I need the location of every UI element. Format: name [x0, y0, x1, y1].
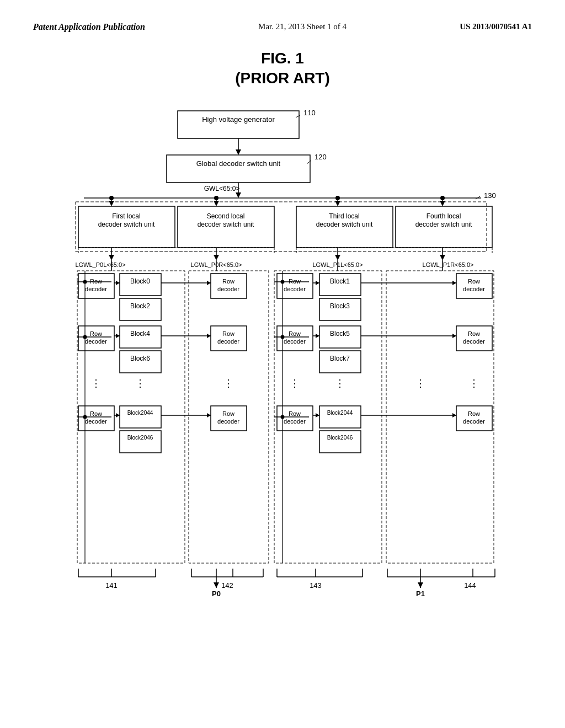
svg-line-5 [307, 160, 311, 164]
svg-text:Row: Row [468, 410, 480, 417]
svg-text:decoder: decoder [284, 286, 306, 292]
second-local-label: Second local [207, 212, 245, 220]
svg-text:decoder: decoder [85, 338, 107, 345]
svg-text:decoder: decoder [217, 286, 239, 292]
svg-marker-92 [207, 413, 211, 417]
figure-title-line1: FIG. 1 [235, 49, 330, 68]
svg-text:decoder: decoder [85, 418, 107, 425]
header: Patent Application Publication Mar. 21, … [0, 0, 565, 38]
svg-marker-113 [316, 281, 319, 285]
ref-144: 144 [464, 581, 476, 590]
svg-text:Row: Row [289, 278, 301, 285]
svg-marker-140 [452, 413, 456, 417]
block6-label: Block6 [130, 355, 150, 362]
svg-marker-20 [335, 201, 340, 206]
svg-text:Row: Row [90, 278, 102, 285]
svg-text:⋮: ⋮ [335, 378, 345, 389]
svg-text:⋮: ⋮ [290, 378, 300, 389]
svg-rect-75 [120, 431, 161, 453]
p1-label: P1 [416, 590, 425, 598]
svg-text:decoder: decoder [217, 338, 239, 345]
ref-130: 130 [484, 191, 496, 200]
block2046-right-label: Block2046 [327, 435, 353, 441]
svg-marker-122 [316, 413, 319, 417]
svg-marker-18 [214, 201, 219, 206]
svg-text:Row: Row [289, 330, 301, 337]
block2044-left-label: Block2044 [127, 410, 153, 416]
ref-143: 143 [310, 581, 322, 590]
svg-text:⋮: ⋮ [415, 378, 425, 389]
svg-text:Row: Row [468, 330, 480, 337]
svg-marker-3 [236, 149, 241, 155]
svg-point-71 [83, 415, 87, 419]
svg-marker-63 [116, 334, 120, 338]
svg-rect-72 [120, 406, 161, 428]
third-local-label: Third local [329, 212, 359, 220]
svg-marker-157 [418, 582, 423, 588]
high-voltage-label: High voltage generator [202, 115, 275, 124]
svg-text:⋮: ⋮ [91, 378, 101, 389]
ref-120: 120 [315, 153, 327, 161]
svg-marker-40 [214, 255, 219, 260]
svg-text:decoder: decoder [85, 286, 107, 292]
global-decoder-label: Global decoder switch unit [196, 159, 281, 168]
block2046-left-label: Block2046 [127, 435, 153, 441]
svg-marker-88 [207, 281, 211, 285]
fourth-local-label: Fourth local [427, 212, 461, 220]
lgwl-p0l-label: LGWL_P0L<65:0> [75, 261, 125, 268]
svg-marker-136 [452, 281, 456, 285]
block1-label: Block1 [330, 277, 350, 285]
svg-text:decoder switch unit: decoder switch unit [98, 221, 155, 228]
svg-rect-120 [319, 406, 361, 428]
ref-141: 141 [105, 581, 118, 590]
block3-label: Block3 [330, 302, 350, 310]
p0-label: P0 [212, 590, 221, 598]
svg-text:Row: Row [468, 278, 480, 285]
svg-marker-38 [109, 255, 114, 260]
svg-text:decoder: decoder [284, 338, 306, 345]
svg-marker-147 [214, 582, 219, 588]
lgwl-p1r-label: LGWL_P1R<65:0> [423, 261, 474, 268]
svg-marker-59 [116, 281, 120, 285]
ref-110: 110 [303, 109, 316, 117]
header-date-sheet: Mar. 21, 2013 Sheet 1 of 4 [258, 22, 347, 31]
diagram-container: High voltage generator 110 Global decode… [45, 105, 520, 604]
gwl-label: GWL<65:0> [204, 185, 240, 192]
svg-text:Row: Row [289, 410, 301, 417]
ref-142: 142 [221, 581, 233, 590]
block7-label: Block7 [330, 355, 350, 362]
svg-text:decoder: decoder [217, 418, 239, 425]
svg-text:decoder: decoder [284, 418, 306, 425]
svg-marker-22 [440, 201, 445, 206]
figure-title-line2: (PRIOR ART) [235, 68, 330, 88]
svg-text:⋮: ⋮ [223, 378, 233, 389]
svg-text:Row: Row [222, 278, 234, 285]
block2-label: Block2 [130, 302, 150, 310]
svg-marker-90 [207, 334, 211, 338]
svg-text:⋮: ⋮ [135, 378, 145, 389]
svg-text:decoder: decoder [463, 418, 485, 425]
svg-text:Row: Row [222, 410, 234, 417]
svg-rect-123 [319, 431, 361, 453]
svg-text:decoder: decoder [463, 286, 485, 292]
svg-text:⋮: ⋮ [469, 378, 479, 389]
first-local-label: First local [112, 212, 140, 220]
page: Patent Application Publication Mar. 21, … [0, 0, 565, 728]
block0-label: Block0 [130, 277, 150, 285]
svg-marker-16 [109, 201, 114, 206]
svg-text:decoder: decoder [463, 338, 485, 345]
figure-area: FIG. 1 (PRIOR ART) High voltage generato… [0, 38, 565, 615]
figure-title: FIG. 1 (PRIOR ART) [235, 49, 330, 89]
svg-marker-7 [236, 192, 241, 198]
svg-rect-124 [386, 271, 494, 563]
svg-text:decoder switch unit: decoder switch unit [316, 221, 373, 228]
circuit-diagram: High voltage generator 110 Global decode… [45, 105, 520, 602]
svg-text:Row: Row [90, 330, 102, 337]
svg-text:decoder switch unit: decoder switch unit [415, 221, 472, 228]
svg-text:Row: Row [90, 410, 102, 417]
svg-text:Row: Row [222, 330, 234, 337]
svg-marker-138 [452, 334, 456, 338]
header-patent-number: US 2013/0070541 A1 [460, 22, 532, 31]
svg-marker-44 [440, 255, 445, 260]
svg-marker-117 [316, 334, 319, 338]
